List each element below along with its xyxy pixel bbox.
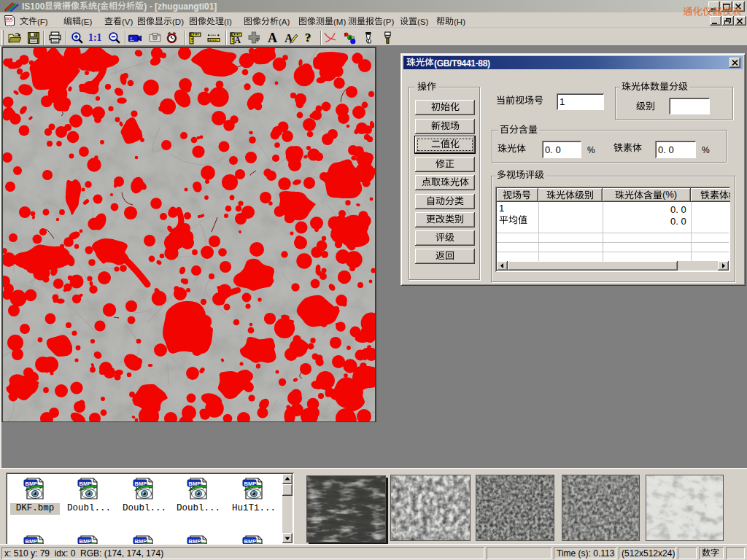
svg-text:E: E	[190, 33, 193, 36]
svg-text:DOC: DOC	[5, 17, 14, 21]
svg-text:A: A	[234, 36, 241, 44]
svg-text:1: 1	[344, 32, 347, 37]
svg-text:A: A	[268, 31, 277, 44]
svg-text:E: E	[231, 33, 233, 36]
svg-text:1:1: 1:1	[88, 32, 101, 43]
svg-text:3: 3	[352, 36, 355, 41]
svg-text:?: ?	[305, 31, 311, 44]
svg-text:a: a	[349, 35, 352, 40]
